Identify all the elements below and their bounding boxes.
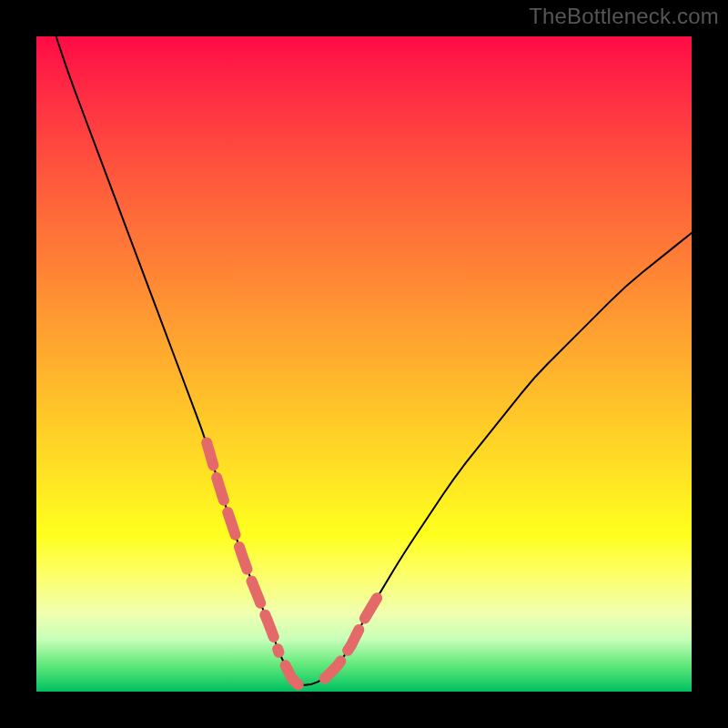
bottleneck-curve <box>56 36 692 685</box>
watermark-text: TheBottleneck.com <box>529 4 719 29</box>
chart-frame: TheBottleneck.com <box>0 0 728 728</box>
highlight-segment <box>325 598 378 679</box>
highlight-segment <box>207 442 278 652</box>
highlight-group <box>207 442 377 684</box>
plot-area <box>36 36 692 692</box>
highlight-segment <box>286 665 298 685</box>
curve-svg <box>36 36 692 692</box>
